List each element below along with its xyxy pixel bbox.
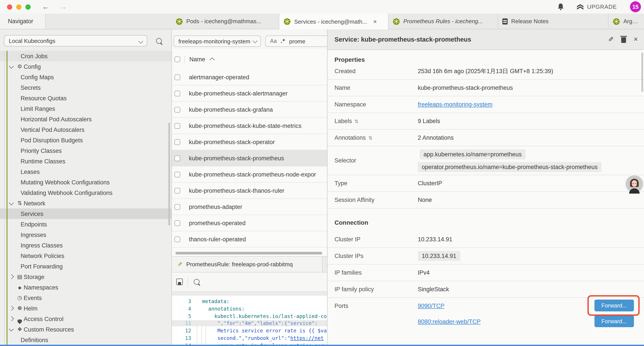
sidebar-item[interactable]: Definitions: [0, 335, 172, 345]
sidebar-scrollbar[interactable]: [168, 123, 170, 226]
table-row[interactable]: prometheus-adapter: [172, 199, 327, 215]
row-checkbox[interactable]: [174, 74, 180, 80]
sidebar-item[interactable]: Limit Ranges: [0, 103, 172, 114]
tree-chevron-icon[interactable]: [10, 317, 16, 321]
sidebar-item[interactable]: Config: [0, 61, 172, 72]
editor-tab-next[interactable]: ✎: [323, 257, 327, 272]
table-row[interactable]: kube-prometheus-stack-prometheus: [172, 150, 327, 166]
tree-chevron-icon[interactable]: [10, 275, 16, 279]
sidebar-item[interactable]: Custom Resources: [0, 324, 172, 335]
sidebar-item[interactable]: Config Maps: [0, 72, 172, 82]
row-checkbox[interactable]: [174, 139, 180, 145]
sort-toggle-icon[interactable]: [355, 118, 358, 124]
delete-resource-icon[interactable]: [621, 37, 626, 43]
tree-chevron-icon[interactable]: [10, 202, 16, 204]
row-checkbox[interactable]: [174, 236, 180, 242]
user-avatar[interactable]: [625, 174, 644, 194]
sidebar-item[interactable]: Runtime Classes: [0, 156, 172, 166]
sidebar-item[interactable]: Horizontal Pod Autoscalers: [0, 114, 172, 124]
tree-chevron-icon[interactable]: [10, 66, 16, 68]
tab-close-icon[interactable]: ×: [373, 18, 377, 25]
port-link[interactable]: 9090/TCP: [418, 303, 444, 309]
edit-resource-icon[interactable]: ✎: [608, 35, 614, 43]
sidebar-item[interactable]: Namespaces: [0, 282, 172, 293]
port-link[interactable]: 8080:reloader-web/TCP: [418, 318, 481, 325]
table-row[interactable]: kube-prometheus-stack-grafana: [172, 102, 327, 118]
notification-count-badge[interactable]: 15: [630, 1, 641, 12]
sidebar-item[interactable]: Network Policies: [0, 251, 172, 261]
sidebar-item[interactable]: Cron Jobs: [0, 51, 172, 61]
row-checkbox[interactable]: [174, 204, 180, 210]
close-panel-icon[interactable]: ×: [634, 35, 638, 43]
table-row[interactable]: kube-prometheus-stack-operator: [172, 134, 327, 150]
window-minimize-button[interactable]: [16, 4, 22, 9]
upgrade-button[interactable]: UPGRADE: [576, 3, 617, 10]
horizontal-scrollbar[interactable]: [175, 252, 322, 255]
select-all-checkbox[interactable]: [174, 56, 180, 62]
match-case-toggle[interactable]: Aa: [270, 38, 277, 44]
row-checkbox[interactable]: [174, 171, 180, 177]
sidebar-item[interactable]: Ingresses: [0, 230, 172, 240]
save-icon[interactable]: [176, 279, 183, 285]
sidebar-item[interactable]: Leases: [0, 166, 172, 177]
sidebar-item[interactable]: Helm: [0, 303, 172, 314]
sidebar-item[interactable]: Vertical Pod Autoscalers: [0, 124, 172, 135]
window-close-button[interactable]: [7, 4, 12, 9]
sidebar-item[interactable]: Resource Quotas: [0, 93, 172, 103]
sidebar-item[interactable]: Access Control: [0, 314, 172, 324]
table-row[interactable]: alertmanager-operated: [172, 69, 327, 85]
table-row[interactable]: prometheus-operated: [172, 215, 327, 231]
sidebar-search-icon[interactable]: [156, 38, 162, 44]
search-input[interactable]: [289, 38, 316, 44]
sidebar-item[interactable]: Mutating Webhook Configurations: [0, 177, 172, 187]
row-checkbox[interactable]: [174, 220, 180, 226]
regex-toggle[interactable]: .*: [281, 38, 286, 44]
table-row[interactable]: kube-prometheus-stack-thanos-ruler: [172, 183, 327, 199]
sidebar-item[interactable]: Storage: [0, 272, 172, 282]
sidebar-item[interactable]: Network: [0, 198, 172, 209]
sidebar-item[interactable]: Pod Disruption Budgets: [0, 135, 172, 145]
sort-ascending-icon[interactable]: [210, 58, 215, 63]
runbook-url-link[interactable]: https://net: [290, 335, 324, 341]
sidebar-item[interactable]: Endpoints: [0, 219, 172, 230]
row-checkbox[interactable]: [174, 123, 180, 129]
tab-pods[interactable]: Pods - icecheng@mathmas...: [172, 13, 279, 29]
table-row[interactable]: kube-prometheus-stack-alertmanager: [172, 85, 327, 102]
detail-scrollbar[interactable]: [641, 52, 643, 92]
port-forward-button[interactable]: Forward...: [594, 315, 634, 327]
sidebar-item[interactable]: Events: [0, 293, 172, 303]
port-forward-button[interactable]: Forward...: [594, 300, 634, 311]
tab-release-notes[interactable]: Release Notes: [498, 13, 608, 29]
sidebar-item[interactable]: Services: [0, 209, 172, 219]
tree-chevron-icon[interactable]: [10, 307, 16, 310]
tree-chevron-icon[interactable]: [10, 329, 16, 331]
sidebar-item[interactable]: Validating Webhook Configurations: [0, 187, 172, 198]
tree-item-icon: [16, 201, 24, 206]
column-header-name[interactable]: Name: [190, 56, 205, 62]
tab-navigator[interactable]: Navigator: [0, 13, 46, 29]
sidebar-item[interactable]: Ingress Classes: [0, 240, 172, 251]
yaml-editor[interactable]: 3 metadata: 4 annotations: 5 kubectl.kub…: [172, 296, 327, 345]
editor-search-icon[interactable]: [194, 279, 200, 285]
sidebar-item[interactable]: Port Forwarding: [0, 261, 172, 272]
notifications-bell-icon[interactable]: [557, 3, 564, 11]
namespace-select[interactable]: freeleaps-monitoring-system: [174, 35, 261, 47]
row-checkbox[interactable]: [174, 188, 180, 193]
forward-icon[interactable]: →: [59, 3, 67, 10]
sidebar-item[interactable]: Secrets: [0, 82, 172, 93]
tab-argo[interactable]: Argo Se: [608, 13, 644, 29]
row-checkbox[interactable]: [174, 107, 180, 112]
table-row[interactable]: kube-prometheus-stack-kube-state-metrics: [172, 118, 327, 134]
tab-prometheus-rules[interactable]: Prometheus Rules - icecheng...: [388, 13, 498, 29]
window-zoom-button[interactable]: [26, 4, 31, 9]
table-row[interactable]: kube-prometheus-stack-prometheus-node-ex…: [172, 166, 327, 183]
back-icon[interactable]: ←: [42, 3, 50, 10]
kubeconfig-select[interactable]: Local Kubeconfigs: [4, 35, 147, 46]
editor-tab-prometheusrule[interactable]: ✎ PrometheusRule: freeleaps-prod-rabbitm…: [172, 257, 323, 272]
tab-services[interactable]: Services - icecheng@math... ×: [279, 13, 388, 29]
sidebar-item[interactable]: Priority Classes: [0, 145, 172, 156]
row-checkbox[interactable]: [174, 155, 180, 161]
table-row[interactable]: thanos-ruler-operated: [172, 231, 327, 248]
row-checkbox[interactable]: [174, 90, 180, 96]
sort-toggle-icon[interactable]: [368, 134, 372, 141]
